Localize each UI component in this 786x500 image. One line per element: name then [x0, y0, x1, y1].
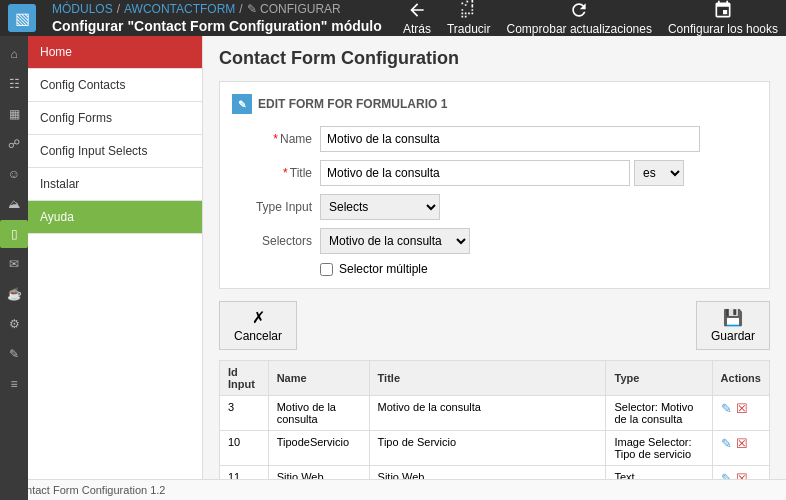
col-type: Type	[606, 361, 712, 396]
nav-item-config-contacts[interactable]: Config Contacts	[28, 69, 202, 102]
selector-multiple-checkbox[interactable]	[320, 263, 333, 276]
cell-name: Motivo de la consulta	[268, 396, 369, 431]
nav-item-config-input-selects[interactable]: Config Input Selects	[28, 135, 202, 168]
cell-id: 3	[220, 396, 269, 431]
content: Contact Form Configuration ✎ EDIT FORM F…	[203, 36, 786, 479]
breadcrumb-module[interactable]: AWCONTACTFORM	[124, 2, 235, 16]
cell-title: Tipo de Servicio	[369, 431, 606, 466]
col-actions: Actions	[712, 361, 769, 396]
topbar-left: MÓDULOS / AWCONTACTFORM / ✎ CONFIGURAR C…	[52, 2, 395, 34]
delete-icon[interactable]: ☒	[736, 401, 748, 416]
name-row: *Name	[232, 126, 757, 152]
nav-item-home[interactable]: Home	[28, 36, 202, 69]
topbar-back-button[interactable]: Atrás	[403, 0, 431, 36]
type-input-label: Type Input	[232, 200, 312, 214]
breadcrumb: MÓDULOS / AWCONTACTFORM / ✎ CONFIGURAR	[52, 2, 395, 16]
cell-title: Sitio Web	[369, 466, 606, 480]
sidebar-icon-settings[interactable]: ⚙	[0, 310, 28, 338]
topbar-title: Configurar "Contact Form Configuration" …	[52, 18, 395, 34]
form-panel-title: EDIT FORM FOR FORMULARIO 1	[258, 97, 447, 111]
footer: Contact Form Configuration 1.2	[0, 479, 786, 500]
cell-title: Motivo de la consulta	[369, 396, 606, 431]
cell-type: Selector: Motivo de la consulta	[606, 396, 712, 431]
table-row: 3 Motivo de la consulta Motivo de la con…	[220, 396, 770, 431]
form-panel-header: ✎ EDIT FORM FOR FORMULARIO 1	[232, 94, 757, 114]
sidebar-icon-stats[interactable]: ✎	[0, 340, 28, 368]
cell-id: 11	[220, 466, 269, 480]
cell-type: Image Selector: Tipo de servicio	[606, 431, 712, 466]
selectors-label: Selectors	[232, 234, 312, 248]
breadcrumb-action: ✎ CONFIGURAR	[247, 2, 341, 16]
selectors-select[interactable]: Motivo de la consulta	[320, 228, 470, 254]
cell-name: TipodeServicio	[268, 431, 369, 466]
name-label: *Name	[232, 132, 312, 146]
cell-type: Text	[606, 466, 712, 480]
button-row: ✗ Cancelar 💾 Guardar	[219, 301, 770, 350]
page-title: Contact Form Configuration	[219, 48, 770, 69]
table-row: 11 Sitio Web Sitio Web Text ✎ ☒	[220, 466, 770, 480]
table-row: 10 TipodeServicio Tipo de Servicio Image…	[220, 431, 770, 466]
cell-actions: ✎ ☒	[712, 466, 769, 480]
sidebar-icon-catalog[interactable]: ▦	[0, 100, 28, 128]
topbar-puzzle-icon: ▧	[8, 4, 36, 32]
nav-item-instalar[interactable]: Instalar	[28, 168, 202, 201]
nav-item-ayuda[interactable]: Ayuda	[28, 201, 202, 234]
col-title: Title	[369, 361, 606, 396]
sidebar-icons: ⌂ ☷ ▦ ☍ ☺ ⛰ ▯ ✉ ☕ ⚙ ✎ ≡	[0, 36, 28, 500]
name-input[interactable]	[320, 126, 700, 152]
title-input-group: es	[320, 160, 684, 186]
type-input-select[interactable]: Selects	[320, 194, 440, 220]
cell-id: 10	[220, 431, 269, 466]
main-layout: Home Config Contacts Config Forms Config…	[28, 36, 786, 479]
nav-item-config-forms[interactable]: Config Forms	[28, 102, 202, 135]
delete-icon[interactable]: ☒	[736, 471, 748, 479]
lang-select[interactable]: es	[634, 160, 684, 186]
col-name: Name	[268, 361, 369, 396]
topbar-hooks-button[interactable]: Configurar los hooks	[668, 0, 778, 36]
topbar: ▧ MÓDULOS / AWCONTACTFORM / ✎ CONFIGURAR…	[0, 0, 786, 36]
sidebar-icon-home[interactable]: ⌂	[0, 40, 28, 68]
type-input-row: Type Input Selects	[232, 194, 757, 220]
data-table: Id Input Name Title Type Actions 3 Motiv…	[219, 360, 770, 479]
breadcrumb-modules[interactable]: MÓDULOS	[52, 2, 113, 16]
selector-multiple-row: Selector múltiple	[320, 262, 757, 276]
delete-icon[interactable]: ☒	[736, 436, 748, 451]
selectors-row: Selectors Motivo de la consulta	[232, 228, 757, 254]
edit-form-icon: ✎	[232, 94, 252, 114]
cell-actions: ✎ ☒	[712, 396, 769, 431]
sidebar-icon-advanced[interactable]: ≡	[0, 370, 28, 398]
edit-icon[interactable]: ✎	[721, 401, 732, 416]
sidebar-icon-dashboard[interactable]: ☷	[0, 70, 28, 98]
title-label: *Title	[232, 166, 312, 180]
title-input[interactable]	[320, 160, 630, 186]
sidebar-icon-payment[interactable]: ☕	[0, 280, 28, 308]
sidebar-icon-orders[interactable]: ☍	[0, 130, 28, 158]
title-row: *Title es	[232, 160, 757, 186]
topbar-translate-button[interactable]: Traducir	[447, 0, 491, 36]
col-id-input: Id Input	[220, 361, 269, 396]
sidebar-icon-modules[interactable]: ▯	[0, 220, 28, 248]
cancel-button[interactable]: ✗ Cancelar	[219, 301, 297, 350]
sidebar-icon-shipping[interactable]: ✉	[0, 250, 28, 278]
save-button[interactable]: 💾 Guardar	[696, 301, 770, 350]
cell-actions: ✎ ☒	[712, 431, 769, 466]
selector-multiple-label: Selector múltiple	[339, 262, 428, 276]
form-panel: ✎ EDIT FORM FOR FORMULARIO 1 *Name *Titl…	[219, 81, 770, 289]
nav-sidebar: Home Config Contacts Config Forms Config…	[28, 36, 203, 479]
edit-icon[interactable]: ✎	[721, 436, 732, 451]
sidebar-icon-tags[interactable]: ⛰	[0, 190, 28, 218]
sidebar-icon-customers[interactable]: ☺	[0, 160, 28, 188]
edit-icon[interactable]: ✎	[721, 471, 732, 479]
cell-name: Sitio Web	[268, 466, 369, 480]
topbar-actions: Atrás Traducir Comprobar actualizaciones…	[403, 0, 778, 36]
topbar-check-updates-button[interactable]: Comprobar actualizaciones	[507, 0, 652, 36]
